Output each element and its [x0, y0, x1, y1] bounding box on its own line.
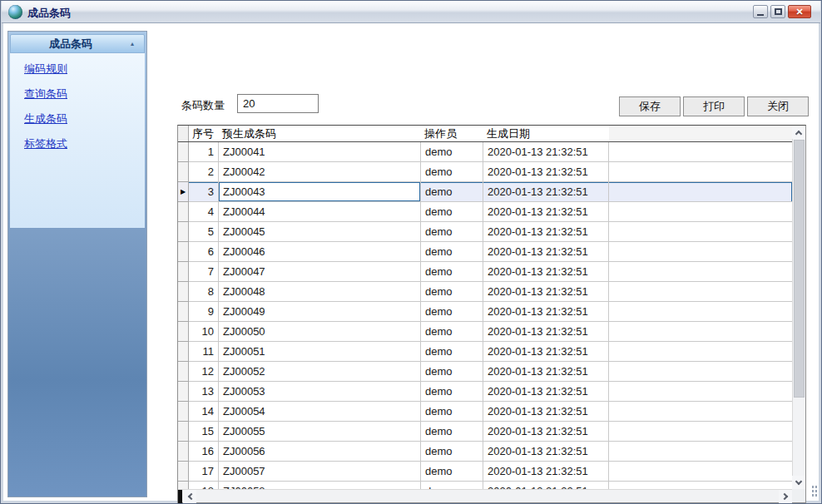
sidebar-group-header[interactable]: 成品条码 ▴ — [10, 34, 145, 53]
cell-barcode[interactable]: ZJ00054 — [219, 402, 421, 422]
table-row[interactable]: 2 ZJ00042 demo 2020-01-13 21:32:51 — [178, 162, 792, 182]
row-selector-cell[interactable] — [178, 482, 189, 489]
cell-barcode[interactable]: ZJ00049 — [219, 302, 421, 322]
cell-seq[interactable]: 14 — [189, 402, 219, 422]
row-selector-cell[interactable] — [178, 422, 189, 442]
cell-barcode[interactable]: ZJ00043 — [219, 182, 421, 202]
barcode-quantity-input[interactable] — [237, 94, 319, 113]
cell-operator[interactable]: demo — [421, 302, 483, 322]
cell-filler[interactable] — [609, 202, 792, 222]
cell-date[interactable]: 2020-01-13 21:32:51 — [483, 482, 609, 489]
cell-operator[interactable]: demo — [421, 142, 483, 162]
table-row[interactable]: 18 ZJ00058 demo 2020-01-13 21:32:51 — [178, 482, 792, 489]
cell-seq[interactable]: 1 — [189, 142, 219, 162]
scroll-up-arrow-icon[interactable] — [792, 126, 805, 139]
cell-date[interactable]: 2020-01-13 21:32:51 — [483, 462, 609, 482]
table-row[interactable]: 8 ZJ00048 demo 2020-01-13 21:32:51 — [178, 282, 792, 302]
cell-date[interactable]: 2020-01-13 21:32:51 — [483, 422, 609, 442]
table-row[interactable]: 10 ZJ00050 demo 2020-01-13 21:32:51 — [178, 322, 792, 342]
save-button[interactable]: 保存 — [619, 96, 681, 116]
cell-operator[interactable]: demo — [421, 422, 483, 442]
cell-operator[interactable]: demo — [421, 442, 483, 462]
cell-operator[interactable]: demo — [421, 242, 483, 262]
scroll-left-arrow-icon[interactable] — [183, 490, 196, 503]
cell-barcode[interactable]: ZJ00053 — [219, 382, 421, 402]
cell-operator[interactable]: demo — [421, 382, 483, 402]
cell-barcode[interactable]: ZJ00052 — [219, 362, 421, 382]
cell-barcode[interactable]: ZJ00041 — [219, 142, 421, 162]
cell-operator[interactable]: demo — [421, 402, 483, 422]
cell-seq[interactable]: 13 — [189, 382, 219, 402]
cell-barcode[interactable]: ZJ00057 — [219, 462, 421, 482]
row-selector-cell[interactable] — [178, 142, 189, 162]
cell-operator[interactable]: demo — [421, 282, 483, 302]
cell-operator[interactable]: demo — [421, 262, 483, 282]
horizontal-scrollbar[interactable] — [178, 489, 792, 502]
cell-seq[interactable]: 15 — [189, 422, 219, 442]
cell-operator[interactable]: demo — [421, 342, 483, 362]
table-row[interactable]: ▶ 3 ZJ00043 demo 2020-01-13 21:32:51 — [178, 182, 792, 202]
cell-date[interactable]: 2020-01-13 21:32:51 — [483, 142, 609, 162]
cell-filler[interactable] — [609, 482, 792, 489]
sidebar-item-generate-barcode[interactable]: 生成条码 — [24, 111, 145, 126]
row-selector-cell[interactable] — [178, 162, 189, 182]
cell-seq[interactable]: 9 — [189, 302, 219, 322]
cell-barcode[interactable]: ZJ00047 — [219, 262, 421, 282]
cell-date[interactable]: 2020-01-13 21:32:51 — [483, 162, 609, 182]
cell-operator[interactable]: demo — [421, 222, 483, 242]
sidebar-item-query-barcode[interactable]: 查询条码 — [24, 86, 145, 101]
cell-filler[interactable] — [609, 142, 792, 162]
cell-barcode[interactable]: ZJ00045 — [219, 222, 421, 242]
table-row[interactable]: 13 ZJ00053 demo 2020-01-13 21:32:51 — [178, 382, 792, 402]
table-row[interactable]: 16 ZJ00056 demo 2020-01-13 21:32:51 — [178, 442, 792, 462]
row-selector-cell[interactable] — [178, 362, 189, 382]
cell-filler[interactable] — [609, 182, 792, 202]
row-selector-cell[interactable] — [178, 322, 189, 342]
cell-date[interactable]: 2020-01-13 21:32:51 — [483, 182, 609, 202]
cell-filler[interactable] — [609, 442, 792, 462]
cell-filler[interactable] — [609, 162, 792, 182]
cell-barcode[interactable]: ZJ00042 — [219, 162, 421, 182]
table-row[interactable]: 5 ZJ00045 demo 2020-01-13 21:32:51 — [178, 222, 792, 242]
cell-seq[interactable]: 12 — [189, 362, 219, 382]
table-row[interactable]: 11 ZJ00051 demo 2020-01-13 21:32:51 — [178, 342, 792, 362]
cell-seq[interactable]: 4 — [189, 202, 219, 222]
table-row[interactable]: 1 ZJ00041 demo 2020-01-13 21:32:51 — [178, 142, 792, 162]
cell-seq[interactable]: 18 — [189, 482, 219, 489]
cell-date[interactable]: 2020-01-13 21:32:51 — [483, 282, 609, 302]
cell-filler[interactable] — [609, 262, 792, 282]
cell-seq[interactable]: 17 — [189, 462, 219, 482]
cell-filler[interactable] — [609, 462, 792, 482]
cell-barcode[interactable]: ZJ00056 — [219, 442, 421, 462]
cell-operator[interactable]: demo — [421, 462, 483, 482]
cell-date[interactable]: 2020-01-13 21:32:51 — [483, 302, 609, 322]
scroll-down-arrow-icon[interactable] — [792, 476, 805, 489]
row-selector-cell[interactable] — [178, 302, 189, 322]
cell-filler[interactable] — [609, 322, 792, 342]
cell-filler[interactable] — [609, 302, 792, 322]
cell-barcode[interactable]: ZJ00044 — [219, 202, 421, 222]
row-selector-cell[interactable] — [178, 462, 189, 482]
cell-filler[interactable] — [609, 382, 792, 402]
maximize-button[interactable] — [770, 5, 785, 18]
table-row[interactable]: 7 ZJ00047 demo 2020-01-13 21:32:51 — [178, 262, 792, 282]
cell-filler[interactable] — [609, 342, 792, 362]
table-row[interactable]: 6 ZJ00046 demo 2020-01-13 21:32:51 — [178, 242, 792, 262]
cell-date[interactable]: 2020-01-13 21:32:51 — [483, 362, 609, 382]
resize-grip[interactable] — [811, 485, 818, 498]
sidebar-item-encoding-rules[interactable]: 编码规则 — [24, 62, 145, 76]
cell-operator[interactable]: demo — [421, 362, 483, 382]
close-form-button[interactable]: 关闭 — [747, 96, 809, 116]
cell-date[interactable]: 2020-01-13 21:32:51 — [483, 202, 609, 222]
cell-operator[interactable]: demo — [421, 482, 483, 489]
cell-barcode[interactable]: ZJ00050 — [219, 322, 421, 342]
cell-operator[interactable]: demo — [421, 322, 483, 342]
table-row[interactable]: 15 ZJ00055 demo 2020-01-13 21:32:51 — [178, 422, 792, 442]
cell-barcode[interactable]: ZJ00055 — [219, 422, 421, 442]
row-selector-cell[interactable] — [178, 382, 189, 402]
cell-seq[interactable]: 10 — [189, 322, 219, 342]
cell-date[interactable]: 2020-01-13 21:32:51 — [483, 322, 609, 342]
cell-barcode[interactable]: ZJ00048 — [219, 282, 421, 302]
row-selector-cell[interactable]: ▶ — [178, 182, 189, 202]
cell-operator[interactable]: demo — [421, 202, 483, 222]
